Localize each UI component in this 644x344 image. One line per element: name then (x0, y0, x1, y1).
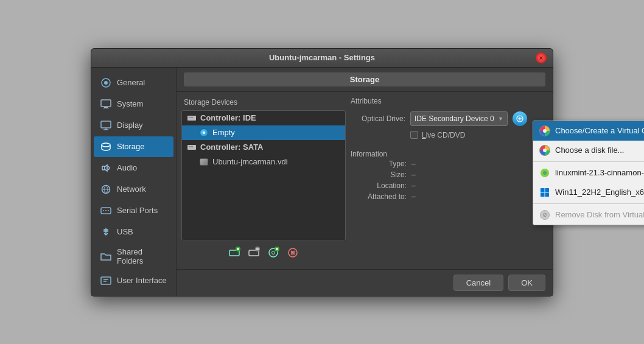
optical-drive-value: IDE Secondary Device 0 (415, 114, 494, 123)
popup-separator-2 (533, 203, 644, 204)
sidebar-item-usb[interactable]: USB (94, 222, 173, 242)
sidebar-item-storage[interactable]: Storage (94, 136, 173, 157)
add-attachment-button[interactable] (265, 245, 281, 261)
svg-rect-46 (545, 192, 550, 197)
optical-drive-label: Optical Drive: (351, 114, 405, 123)
live-cd-row: Live CD/DVD (351, 131, 548, 139)
info-row-size: Size: – (351, 169, 548, 180)
bottom-bar: Cancel OK (177, 269, 553, 296)
svg-point-1 (104, 81, 108, 85)
popup-item-remove-disk: ⊘ Remove Disk from Virtual Drive (533, 205, 644, 225)
choose-file-label: Choose a disk file... (555, 146, 624, 155)
svg-rect-15 (101, 277, 111, 284)
tree-item-ubuntu-vdi[interactable]: Ubuntu-jmcarman.vdi (182, 155, 345, 169)
ubuntu-vdi-label: Ubuntu-jmcarman.vdi (212, 157, 288, 166)
tree-item-empty[interactable]: Empty (182, 125, 345, 140)
sidebar-item-serial-ports[interactable]: Serial Ports (94, 200, 173, 221)
system-icon (100, 98, 112, 110)
attributes-panel: Attributes Optical Drive: IDE Secondary … (351, 97, 548, 264)
sidebar-item-network[interactable]: Network (94, 179, 173, 200)
popup-item-win11[interactable]: Win11_22H2_English_x64v1.iso (533, 183, 644, 202)
user-interface-icon (100, 275, 112, 287)
sidebar-label-network: Network (117, 184, 146, 194)
remove-disk-icon: ⊘ (539, 209, 550, 220)
sidebar-item-system[interactable]: System (94, 94, 173, 114)
tree-item-controller-ide[interactable]: Controller: IDE (182, 111, 345, 125)
svg-rect-18 (191, 117, 193, 118)
linuxmint-label: linuxmint-21.3-cinnamon-64bit.iso (555, 168, 644, 177)
controller-ide-icon (187, 113, 197, 123)
sidebar-item-shared-folders[interactable]: Shared Folders (94, 243, 173, 270)
content-area: Storage Storage Devices Controller: IDE (177, 68, 553, 296)
win11-label: Win11_22H2_English_x64v1.iso (555, 188, 644, 197)
ok-button[interactable]: OK (508, 275, 545, 291)
sidebar-label-shared-folders: Shared Folders (117, 247, 167, 265)
title-bar: Ubuntu-jmcarman - Settings × (91, 49, 553, 68)
svg-point-42 (543, 171, 547, 175)
optical-drive-dropdown[interactable]: IDE Secondary Device 0 ▼ (410, 111, 508, 126)
svg-rect-20 (189, 146, 191, 147)
info-row-type: Type: – (351, 158, 548, 169)
svg-rect-2 (101, 100, 111, 107)
dropdown-arrow-icon: ▼ (498, 116, 503, 122)
display-icon (100, 119, 112, 132)
type-key: Type: (351, 160, 411, 168)
live-cd-checkbox[interactable] (410, 131, 418, 139)
sidebar-label-user-interface: User Interface (117, 276, 167, 285)
remove-disk-label: Remove Disk from Virtual Drive (555, 210, 644, 219)
serial-ports-icon (100, 205, 112, 217)
network-icon (100, 183, 112, 195)
sidebar-label-display: Display (117, 121, 143, 130)
svg-point-13 (105, 210, 107, 211)
choose-create-icon (539, 125, 550, 136)
audio-icon (100, 162, 112, 174)
sidebar-label-audio: Audio (117, 163, 137, 172)
popup-item-choose-file[interactable]: Choose a disk file... (533, 141, 644, 160)
empty-disc-icon (199, 128, 209, 138)
controller-sata-label: Controller: SATA (200, 142, 264, 152)
window-title: Ubuntu-jmcarman - Settings (108, 53, 536, 62)
info-row-location: Location: – (351, 180, 548, 191)
tree-item-controller-sata[interactable]: Controller: SATA (182, 140, 345, 155)
shared-folders-icon (100, 250, 112, 262)
linuxmint-icon (539, 167, 550, 178)
storage-devices-panel: Storage Devices Controller: IDE (181, 97, 346, 264)
info-row-attached-to: Attached to: – (351, 191, 548, 202)
content-header: Storage (177, 68, 553, 92)
attached-to-value: – (411, 192, 416, 201)
svg-point-12 (103, 210, 104, 211)
controller-sata-icon (187, 142, 197, 152)
svg-point-14 (108, 210, 109, 211)
cancel-button[interactable]: Cancel (453, 275, 503, 291)
svg-rect-21 (191, 146, 193, 147)
storage-tree: Controller: IDE Empty (181, 110, 346, 240)
remove-attachment-button[interactable] (285, 245, 301, 261)
remove-controller-button[interactable] (246, 245, 262, 261)
svg-point-8 (102, 143, 110, 147)
location-value: – (411, 181, 416, 190)
close-button[interactable]: × (536, 52, 547, 63)
sidebar-item-user-interface[interactable]: User Interface (94, 270, 173, 291)
live-cd-label: Live CD/DVD (422, 131, 465, 139)
sidebar-label-usb: USB (117, 227, 133, 236)
choose-create-label: Choose/Create a Virtual Optical Disk... (555, 126, 644, 135)
popup-item-linuxmint[interactable]: linuxmint-21.3-cinnamon-64bit.iso (533, 163, 644, 183)
disc-action-button[interactable] (513, 111, 527, 126)
usb-icon (100, 226, 112, 238)
storage-icon (100, 141, 112, 153)
svg-rect-45 (541, 192, 545, 197)
sidebar-item-general[interactable]: General (94, 72, 173, 93)
svg-rect-44 (545, 188, 550, 192)
sidebar-item-display[interactable]: Display (94, 115, 173, 136)
popup-item-choose-create[interactable]: Choose/Create a Virtual Optical Disk... (533, 121, 644, 141)
optical-drive-row: Optical Drive: IDE Secondary Device 0 ▼ (351, 110, 548, 127)
add-controller-button[interactable] (226, 245, 242, 261)
sidebar-label-serial-ports: Serial Ports (117, 206, 158, 215)
sidebar-item-audio[interactable]: Audio (94, 158, 173, 178)
content-main: Storage Devices Controller: IDE (177, 92, 553, 269)
window-body: General System Display Sto (91, 68, 553, 296)
type-value: – (411, 160, 416, 168)
svg-point-30 (272, 251, 275, 254)
section-title: Storage (184, 72, 545, 86)
attached-to-key: Attached to: (351, 192, 411, 201)
